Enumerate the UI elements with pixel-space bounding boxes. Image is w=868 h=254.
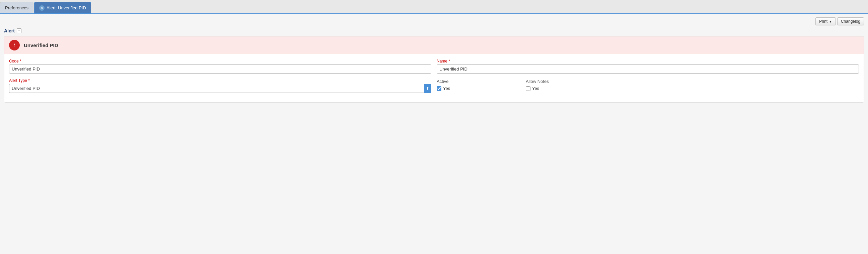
svg-rect-2	[14, 46, 15, 46]
alert-header-row: Unverified PID	[4, 36, 864, 54]
tab-preferences-label: Preferences	[5, 5, 28, 10]
print-label: Print	[819, 19, 828, 24]
alert-panel: Unverified PID Code * Name * Alert Type …	[4, 36, 864, 103]
tab-preferences[interactable]: Preferences	[0, 2, 33, 13]
form-row-code-name: Code * Name *	[9, 59, 859, 74]
active-yes-row: Yes	[437, 86, 520, 91]
name-label: Name *	[437, 59, 859, 64]
allow-notes-checkbox-group: Allow Notes Yes	[526, 78, 610, 91]
tab-close-icon[interactable]: ✕	[39, 5, 44, 11]
tab-alert-label: Alert: Unverified PID	[46, 5, 86, 10]
code-input[interactable]	[9, 65, 431, 74]
alert-type-select-container: Unverified PID ⬍	[9, 84, 431, 93]
form-body: Code * Name * Alert Type * Unverified PI…	[4, 54, 864, 102]
code-field: Code *	[9, 59, 431, 74]
changelog-button[interactable]: Changelog	[837, 17, 864, 26]
tab-alert-unverified-pid[interactable]: ✕ Alert: Unverified PID	[34, 2, 91, 13]
section-toggle-button[interactable]: −	[17, 28, 22, 33]
alert-icon	[9, 40, 20, 50]
print-dropdown-arrow: ▼	[829, 20, 832, 24]
name-input[interactable]	[437, 65, 859, 74]
active-yes-checkbox[interactable]	[437, 86, 441, 91]
allow-notes-label: Allow Notes	[526, 79, 610, 84]
alert-type-label: Alert Type *	[9, 78, 431, 83]
allow-notes-yes-checkbox[interactable]	[526, 86, 530, 91]
form-row-type-active: Alert Type * Unverified PID ⬍ Active Yes	[9, 78, 859, 93]
allow-notes-yes-label[interactable]: Yes	[532, 86, 539, 91]
main-content: Print ▼ Changelog Alert − Unverified PID	[0, 14, 868, 254]
alert-type-field: Alert Type * Unverified PID ⬍	[9, 78, 431, 93]
changelog-label: Changelog	[841, 19, 860, 24]
active-checkbox-group: Active Yes	[437, 78, 520, 91]
alert-header-title: Unverified PID	[24, 42, 58, 48]
section-title: Alert	[4, 28, 15, 33]
section-header: Alert −	[4, 28, 864, 33]
print-button[interactable]: Print ▼	[815, 17, 836, 26]
alert-type-select[interactable]: Unverified PID	[9, 84, 431, 93]
name-field: Name *	[437, 59, 859, 74]
active-label: Active	[437, 79, 520, 84]
active-yes-label[interactable]: Yes	[443, 86, 450, 91]
code-label: Code *	[9, 59, 431, 64]
toolbar-row: Print ▼ Changelog	[4, 17, 864, 26]
allow-notes-yes-row: Yes	[526, 86, 610, 91]
tab-bar: Preferences ✕ Alert: Unverified PID	[0, 0, 868, 14]
svg-rect-1	[14, 44, 15, 45]
